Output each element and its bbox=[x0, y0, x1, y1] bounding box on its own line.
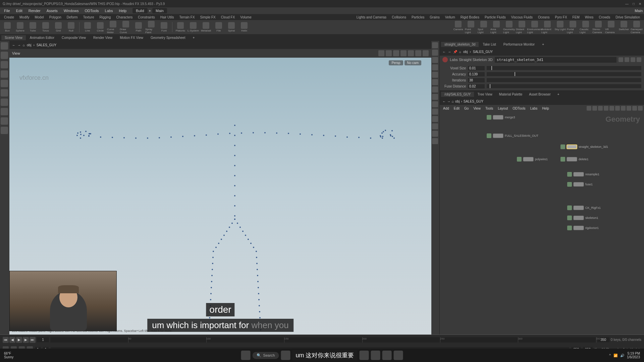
network-toolbar-icon[interactable] bbox=[615, 106, 620, 111]
shelf-tab[interactable]: Crowds bbox=[596, 15, 613, 20]
pane-tab-animeditor[interactable]: Animation Editor bbox=[26, 35, 58, 40]
add-tab-icon[interactable]: + bbox=[539, 42, 547, 47]
display-option-icon[interactable] bbox=[432, 138, 438, 144]
breadcrumb[interactable]: SALES_GUY bbox=[37, 43, 56, 47]
shelf-tab[interactable]: Vellum bbox=[442, 15, 458, 20]
display-option-icon[interactable] bbox=[432, 86, 438, 93]
nm-add[interactable]: Add bbox=[441, 106, 451, 111]
param-slider[interactable] bbox=[487, 66, 641, 70]
back-icon[interactable]: ← bbox=[12, 43, 15, 47]
shelf-tool[interactable]: Path bbox=[132, 22, 145, 32]
vp-tool-icon[interactable] bbox=[423, 50, 429, 56]
brush-tool-icon[interactable] bbox=[1, 89, 8, 97]
network-toolbar-icon[interactable] bbox=[604, 106, 608, 111]
display-option-icon[interactable] bbox=[432, 131, 438, 137]
shelf-tool[interactable]: Metaball bbox=[200, 22, 212, 32]
pane-tab-geospread[interactable]: Geometry Spreadsheet bbox=[147, 35, 189, 40]
network-toolbar-icon[interactable] bbox=[609, 106, 614, 111]
prev-frame-button[interactable]: ◀ bbox=[9, 337, 15, 343]
param-value[interactable]: 0.139 bbox=[468, 72, 485, 76]
pane-tab-renderview[interactable]: Render View bbox=[90, 35, 116, 40]
desktop-build[interactable]: Build bbox=[132, 8, 147, 13]
scale-tool-icon[interactable] bbox=[1, 70, 8, 78]
network-node[interactable]: resample1 bbox=[567, 172, 599, 177]
shelf-tool[interactable]: VR Camera bbox=[605, 21, 617, 34]
rp-tab[interactable]: straight_skeleton_3d bbox=[441, 42, 479, 47]
shelf-tab[interactable]: Deform bbox=[64, 15, 80, 20]
shelf-tab[interactable]: Polygon bbox=[47, 15, 64, 20]
vp-tool-icon[interactable] bbox=[393, 50, 399, 56]
shelf-tool[interactable]: Platonic bbox=[174, 22, 186, 32]
shelf-tool[interactable]: Helix bbox=[238, 22, 250, 32]
shelf-tab[interactable]: Volume bbox=[237, 15, 254, 20]
pane-tab-compview[interactable]: Composite View bbox=[58, 35, 89, 40]
shelf-tool[interactable]: Torus bbox=[40, 22, 52, 32]
menu-assets[interactable]: Assets bbox=[44, 8, 60, 13]
pose-tool-icon[interactable] bbox=[1, 80, 8, 87]
menu-file[interactable]: File bbox=[1, 8, 13, 13]
shelf-tab[interactable]: Terrain FX bbox=[176, 15, 197, 20]
vp-tool-icon[interactable] bbox=[408, 50, 414, 56]
menu-odtools[interactable]: ODTools bbox=[82, 8, 101, 13]
shelf-tool[interactable]: Spray Paint bbox=[145, 21, 157, 34]
add-tab-icon[interactable]: + bbox=[554, 92, 563, 97]
shelf-tool[interactable]: Caustic Light bbox=[580, 21, 592, 34]
app-icon[interactable] bbox=[371, 351, 380, 360]
app-icon[interactable] bbox=[359, 351, 369, 360]
shelf-tool[interactable]: Sphere bbox=[14, 22, 26, 32]
network-toolbar-icon[interactable] bbox=[632, 106, 637, 111]
shelf-tab[interactable]: Particle Fluids bbox=[482, 15, 508, 20]
shelf-tab[interactable]: Texture bbox=[80, 15, 97, 20]
help-icon[interactable] bbox=[625, 57, 629, 62]
home-icon[interactable]: ⌂ bbox=[23, 43, 25, 47]
param-value[interactable]: 38 bbox=[468, 78, 485, 82]
clock-date[interactable]: 1/6/2023 bbox=[627, 355, 640, 359]
shelf-tool[interactable]: Line bbox=[82, 22, 94, 32]
nm-edit[interactable]: Edit bbox=[452, 106, 462, 111]
nm-help[interactable]: Help bbox=[540, 106, 551, 111]
home-icon[interactable]: ⌂ bbox=[459, 50, 461, 54]
breadcrumb[interactable]: obj bbox=[27, 43, 31, 47]
nm-go[interactable]: Go bbox=[462, 106, 471, 111]
network-node[interactable]: delete1 bbox=[560, 157, 589, 162]
display-option-icon[interactable] bbox=[432, 116, 438, 122]
breadcrumb[interactable]: SALES_GUY bbox=[473, 50, 493, 54]
menu-edit[interactable]: Edit bbox=[13, 8, 25, 13]
rp-tab[interactable]: Take List bbox=[479, 42, 499, 47]
network-node[interactable]: fuse1 bbox=[567, 182, 593, 187]
network-toolbar-icon[interactable] bbox=[638, 106, 643, 111]
shelf-tool[interactable]: Tube bbox=[27, 22, 39, 32]
param-slider[interactable] bbox=[487, 72, 641, 76]
taskbar-search[interactable]: 🔍 Search bbox=[253, 352, 279, 359]
tray-chevron-icon[interactable]: ^ bbox=[609, 354, 611, 357]
move-tool-icon[interactable] bbox=[1, 52, 8, 59]
shelf-tab[interactable]: Oceans bbox=[535, 15, 552, 20]
shelf-tool[interactable]: Environment Light bbox=[529, 21, 541, 34]
network-toolbar-icon[interactable] bbox=[592, 106, 597, 111]
menu-windows[interactable]: Windows bbox=[61, 8, 82, 13]
param-value[interactable]: 0.02 bbox=[468, 84, 485, 88]
shelf-tab[interactable]: Collisions bbox=[389, 15, 409, 20]
shelf-tool[interactable]: Box bbox=[1, 22, 13, 32]
shelf-tab[interactable]: Model bbox=[32, 15, 46, 20]
vp-tool-icon[interactable] bbox=[400, 50, 407, 56]
display-option-icon[interactable] bbox=[432, 42, 438, 48]
vp-tool-icon[interactable] bbox=[386, 50, 392, 56]
shelf-tab[interactable]: Viscous Fluids bbox=[508, 15, 535, 20]
shelf-tool[interactable]: Draw Curve bbox=[120, 21, 132, 34]
shelf-tab[interactable]: Particles bbox=[409, 15, 427, 20]
shelf-tab[interactable]: Lights and Cameras bbox=[354, 15, 389, 20]
breadcrumb[interactable]: obj bbox=[455, 100, 460, 103]
display-option-icon[interactable] bbox=[432, 64, 438, 70]
shelf-tool[interactable]: Grid bbox=[52, 22, 64, 32]
nm-labs[interactable]: Labs bbox=[528, 106, 540, 111]
param-value[interactable]: 0.01 bbox=[468, 66, 485, 70]
network-tab[interactable]: Asset Browser bbox=[526, 92, 554, 97]
shelf-tool[interactable]: Font bbox=[158, 22, 170, 32]
shelf-tab[interactable]: Cloud FX bbox=[218, 15, 238, 20]
view-label[interactable]: View bbox=[12, 51, 20, 55]
render-tool-icon[interactable] bbox=[1, 127, 8, 134]
shelf-tool[interactable]: L-System bbox=[187, 22, 199, 32]
network-node[interactable]: skeleton1 bbox=[567, 216, 598, 220]
forward-icon[interactable]: → bbox=[448, 50, 451, 54]
